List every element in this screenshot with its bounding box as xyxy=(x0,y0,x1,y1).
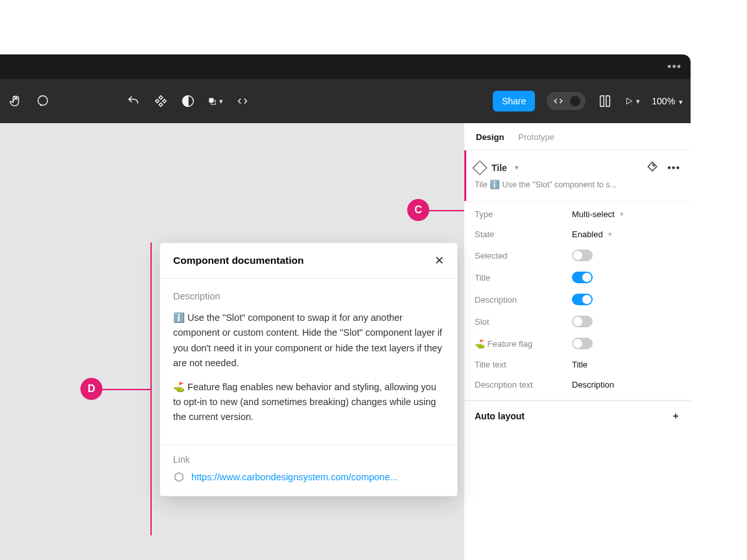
doc-link[interactable]: https://www.carbondesignsystem.com/compo… xyxy=(191,472,444,482)
annotation-d: D xyxy=(80,378,102,400)
component-name[interactable]: Tile xyxy=(492,163,507,173)
auto-layout-section: Auto layout ＋ xyxy=(464,401,691,431)
prop-description-text[interactable]: Description text Description xyxy=(464,375,691,395)
doc-description-p2: ⛳ Feature flag enables new behavior and … xyxy=(173,380,444,425)
share-button[interactable]: Share xyxy=(493,91,535,111)
boolean-ops-icon[interactable]: ▾ xyxy=(208,93,223,109)
present-button[interactable]: ▾ xyxy=(624,93,640,109)
close-icon[interactable]: ✕ xyxy=(434,253,444,268)
annotation-d-bar xyxy=(150,242,152,535)
chevron-down-icon[interactable]: ▾ xyxy=(515,163,519,172)
inspector-tabs: Design Prototype xyxy=(464,123,691,150)
link-hex-icon xyxy=(173,471,185,483)
library-icon[interactable] xyxy=(597,93,613,109)
prop-title-text[interactable]: Title text Title xyxy=(464,355,691,375)
dev-mode-icon[interactable] xyxy=(235,93,250,109)
hand-tool-icon[interactable] xyxy=(8,93,23,109)
add-auto-layout-button[interactable]: ＋ xyxy=(671,410,680,422)
mask-icon[interactable] xyxy=(180,93,196,109)
toggle-feature-flag[interactable] xyxy=(572,338,593,349)
undo-icon[interactable] xyxy=(126,93,141,109)
prop-slot: Slot xyxy=(464,310,691,332)
comment-tool-icon[interactable] xyxy=(35,93,51,109)
detach-icon[interactable] xyxy=(646,161,658,174)
toggle-knob xyxy=(570,96,580,106)
prop-state[interactable]: State Enabled▾ xyxy=(464,224,691,244)
prop-feature-flag: ⛳ Feature flag xyxy=(464,332,691,355)
chevron-down-icon: ▾ xyxy=(636,97,640,106)
doc-description-label: Description xyxy=(173,289,444,304)
component-icon xyxy=(473,160,488,175)
doc-description-p1: ℹ️ Use the "Slot" component to swap it f… xyxy=(173,310,444,371)
prop-title: Title xyxy=(464,266,691,288)
code-icon xyxy=(552,95,565,108)
doc-title: Component documentation xyxy=(173,255,304,266)
prop-selected: Selected xyxy=(464,244,691,266)
toggle-slot[interactable] xyxy=(572,316,593,327)
more-menu-icon[interactable]: ••• xyxy=(667,60,682,74)
prop-type[interactable]: Type Multi-select▾ xyxy=(464,204,691,224)
chevron-down-icon: ▾ xyxy=(219,97,223,106)
toggle-selected[interactable] xyxy=(572,250,593,261)
zoom-level[interactable]: 100% ▾ xyxy=(652,96,683,106)
doc-link-label: Link xyxy=(173,454,444,465)
components-icon[interactable] xyxy=(153,93,169,109)
inspector-panel: Design Prototype Tile ▾ ••• Tile ℹ️ Use … xyxy=(464,123,691,560)
annotation-c: C xyxy=(407,199,429,221)
svg-point-0 xyxy=(38,96,48,106)
tab-prototype[interactable]: Prototype xyxy=(518,132,554,142)
dev-mode-toggle[interactable] xyxy=(547,92,586,110)
toggle-title[interactable] xyxy=(572,272,593,283)
more-icon[interactable]: ••• xyxy=(667,162,680,174)
component-documentation-popover: Component documentation ✕ Description ℹ️… xyxy=(160,242,458,496)
toolbar: ▾ Share ▾ 100% ▾ xyxy=(0,79,691,123)
component-description[interactable]: Tile ℹ️ Use the "Slot" component to s... xyxy=(464,177,691,197)
prop-description: Description xyxy=(464,288,691,310)
window-titlebar: ••• xyxy=(0,54,691,79)
auto-layout-label: Auto layout xyxy=(475,411,525,421)
tab-design[interactable]: Design xyxy=(476,132,504,142)
toggle-description[interactable] xyxy=(572,294,593,305)
